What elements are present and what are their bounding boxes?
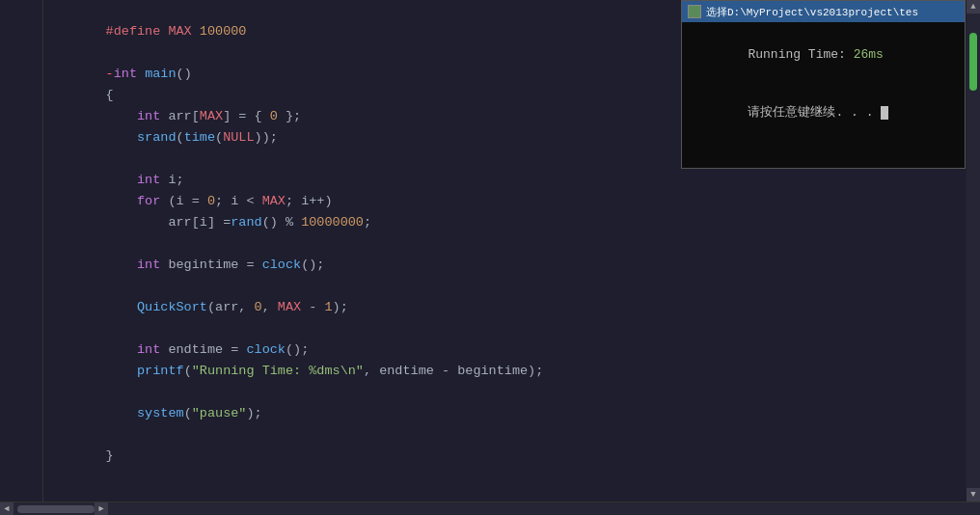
qs-close: );: [333, 300, 348, 314]
qs-comma: ,: [262, 300, 278, 314]
system-close: );: [246, 406, 261, 420]
editor-container: #define MAX 100000 -int main() { int arr…: [0, 0, 980, 501]
indent-6: [106, 258, 137, 272]
indent-10: [106, 406, 137, 420]
qs-open: (arr,: [207, 300, 255, 314]
close-brace: }: [106, 448, 114, 463]
printf-str: "Running Time: %dms\n": [192, 364, 364, 378]
qs-zero: 0: [255, 300, 262, 314]
srand-close: ));: [255, 130, 278, 145]
running-time-value: 26ms: [854, 47, 884, 62]
indent-3: [106, 173, 137, 187]
open-brace: {: [106, 88, 114, 102]
line-gutter: [0, 0, 43, 501]
terminal-line-1: Running Time: 26ms: [688, 26, 959, 84]
main-parens: (): [177, 67, 192, 81]
endtime-semi: ();: [286, 342, 309, 357]
indent-9: [106, 364, 137, 378]
code-line-12: int begintime = clock();: [59, 233, 966, 255]
arr-decl-3: };: [278, 109, 301, 123]
qs-minus: -: [301, 300, 324, 314]
scroll-left-arrow[interactable]: ◄: [0, 502, 14, 516]
rand-mod-val: 10000000: [301, 215, 364, 230]
int-kw-end: int: [137, 342, 168, 357]
int-keyword: int: [114, 67, 145, 81]
indent-8: [106, 342, 137, 357]
vertical-scrollbar[interactable]: ▲ ▼: [966, 0, 980, 501]
horizontal-scroll-thumb[interactable]: [17, 505, 95, 513]
terminal-line-2: 请按任意键继续. . .: [688, 84, 959, 142]
terminal-title-text: 选择D:\MyProject\vs2013project\tes: [706, 5, 918, 19]
indent-1: [106, 109, 137, 123]
collapse-icon[interactable]: -: [106, 67, 114, 81]
indent-2: [106, 130, 137, 145]
printf-open: (: [184, 364, 192, 378]
rand-call: () %: [262, 215, 302, 230]
terminal-icon: [688, 5, 701, 18]
printf-fn: printf: [137, 364, 184, 378]
qs-one: 1: [324, 300, 332, 314]
system-str: "pause": [192, 406, 247, 420]
MAX-ref-3: MAX: [278, 300, 301, 314]
system-open: (: [184, 406, 192, 420]
scroll-thumb[interactable]: [969, 33, 977, 91]
code-line-21: }: [59, 424, 966, 446]
define-name: MAX: [168, 24, 199, 39]
arr-decl-2: ] = {: [223, 109, 270, 123]
terminal-window: 选择D:\MyProject\vs2013project\tes Running…: [681, 0, 966, 169]
zero-val: 0: [270, 109, 278, 123]
clock-fn-2: clock: [246, 342, 286, 357]
int-kw-arr: int: [137, 109, 168, 123]
scroll-up-arrow[interactable]: ▲: [966, 0, 980, 14]
horizontal-scrollbar[interactable]: ◄ ►: [0, 501, 980, 515]
for-open: (i =: [168, 194, 207, 208]
null-val: NULL: [223, 130, 254, 145]
time-open: (: [215, 130, 223, 145]
int-kw-begin: int: [137, 258, 168, 272]
code-line-16: int endtime = clock();: [59, 318, 966, 339]
printf-args: , endtime - begintime);: [364, 364, 543, 378]
indent-5: arr[i] =: [106, 215, 231, 230]
terminal-body: Running Time: 26ms 请按任意键继续. . .: [682, 22, 965, 168]
time-fn: time: [184, 130, 215, 145]
quicksort-fn: QuickSort: [137, 300, 207, 314]
define-keyword: #define: [106, 24, 169, 39]
code-line-14: QuickSort(arr, 0, MAX - 1);: [59, 276, 966, 297]
terminal-title-bar[interactable]: 选择D:\MyProject\vs2013project\tes: [682, 1, 965, 22]
terminal-cursor: [881, 106, 888, 120]
int-kw-i: int: [137, 173, 168, 187]
arr-decl: arr[: [168, 109, 199, 123]
main-fn: main: [145, 67, 176, 81]
srand-fn: srand: [137, 130, 177, 145]
indent-4: [106, 194, 137, 208]
begintime-decl: begintime =: [168, 258, 261, 272]
define-value: 100000: [200, 24, 247, 39]
for-kw: for: [137, 194, 168, 208]
scroll-down-arrow[interactable]: ▼: [966, 488, 980, 501]
endtime-decl: endtime =: [168, 342, 246, 357]
running-time-text: Running Time:: [748, 47, 853, 62]
i-decl: i;: [168, 173, 183, 187]
for-semi-1: ; i <: [215, 194, 262, 208]
code-line-19: system("pause");: [59, 382, 966, 403]
MAX-ref-2: MAX: [262, 194, 286, 208]
rand-fn: rand: [231, 215, 261, 230]
code-line-9: for (i = 0; i < MAX; i++): [59, 170, 966, 191]
system-fn: system: [137, 406, 184, 420]
MAX-ref-1: MAX: [200, 109, 223, 123]
indent-7: [106, 300, 137, 314]
srand-open: (: [177, 130, 184, 145]
rand-semi: ;: [364, 215, 371, 230]
begintime-semi: ();: [301, 258, 324, 272]
for-semi-2: ; i++): [286, 194, 333, 208]
clock-fn-1: clock: [262, 258, 302, 272]
scroll-right-arrow[interactable]: ►: [95, 502, 108, 516]
for-zero: 0: [207, 194, 215, 208]
continue-prompt: 请按任意键继续. . .: [748, 105, 881, 120]
